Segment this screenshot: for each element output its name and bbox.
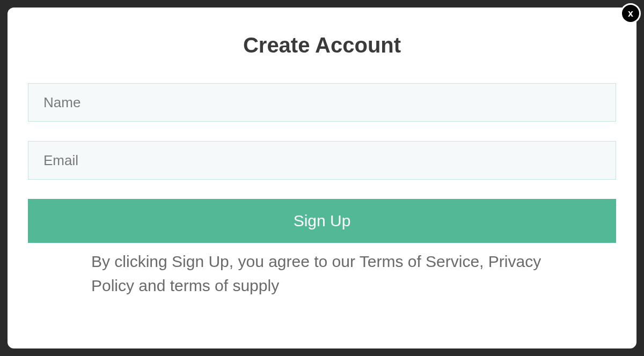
close-button[interactable]: x bbox=[620, 3, 641, 24]
signup-modal: Create Account Sign Up By clicking Sign … bbox=[8, 8, 636, 348]
modal-title: Create Account bbox=[28, 33, 616, 57]
name-field[interactable] bbox=[28, 83, 616, 122]
email-field[interactable] bbox=[28, 141, 616, 180]
terms-text: By clicking Sign Up, you agree to our Te… bbox=[28, 249, 616, 298]
signup-button[interactable]: Sign Up bbox=[28, 199, 616, 243]
